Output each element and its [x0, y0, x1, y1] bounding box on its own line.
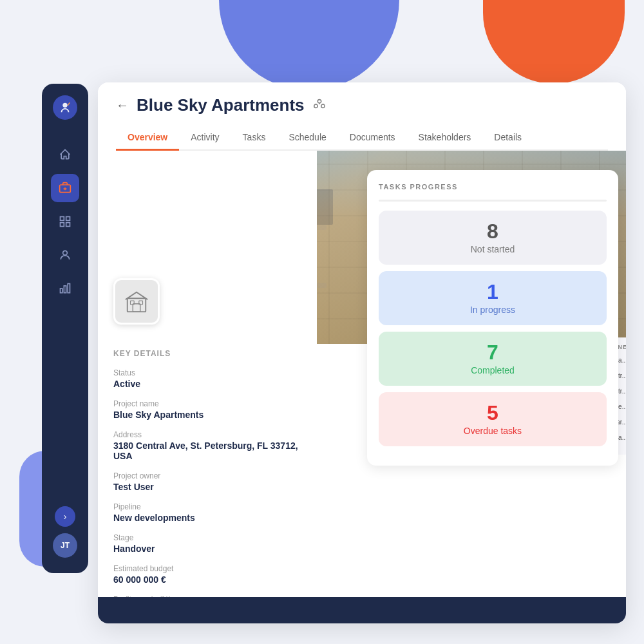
sidebar-item-grid[interactable] [51, 207, 79, 236]
project-icon-area [98, 151, 317, 337]
tab-stakeholders[interactable]: Stakeholders [407, 126, 483, 151]
detail-label-project-name: Project name [113, 399, 301, 408]
detail-value-pipeline: New developments [113, 513, 301, 523]
overdue-label: Overdue tasks [389, 426, 596, 436]
key-details-title: KEY DETAILS [113, 349, 301, 358]
detail-value-address: 3180 Central Ave, St. Petersburg, FL 337… [113, 440, 301, 461]
task-card-completed[interactable]: 7 Completed [379, 332, 607, 386]
svg-rect-5 [66, 217, 70, 221]
tab-bar: Overview Activity Tasks Schedule Documen… [116, 126, 608, 151]
detail-label-owner: Project owner [113, 471, 301, 480]
bg-shape-orange [483, 0, 625, 84]
svg-point-8 [63, 251, 68, 255]
sidebar-logo[interactable] [53, 95, 77, 120]
tasks-progress-title: TASKS PROGRESS [379, 183, 607, 191]
not-started-count: 8 [389, 221, 596, 242]
detail-stage: Stage Handover [113, 533, 301, 554]
svg-point-12 [317, 100, 321, 104]
svg-rect-40 [133, 304, 140, 312]
svg-rect-11 [68, 284, 70, 293]
sidebar: › JT [42, 84, 88, 573]
sidebar-expand-button[interactable]: › [55, 506, 75, 527]
detail-label-stage: Stage [113, 533, 301, 542]
task-card-in-progress[interactable]: 1 In progress [379, 271, 607, 325]
completed-label: Completed [389, 365, 596, 375]
task-card-not-started[interactable]: 8 Not started [379, 211, 607, 265]
main-card: ← Blue Sky Apartments Overview Activity … [98, 82, 626, 623]
tab-schedule[interactable]: Schedule [277, 126, 337, 151]
title-row: ← Blue Sky Apartments [116, 95, 608, 115]
detail-label-address: Address [113, 430, 301, 439]
svg-rect-7 [66, 223, 70, 227]
detail-value-owner: Test User [113, 482, 301, 492]
detail-budget: Estimated budget 60 000 000 € [113, 564, 301, 585]
sidebar-item-user[interactable] [51, 241, 79, 269]
chevron-right-icon: › [64, 511, 67, 522]
detail-address: Address 3180 Central Ave, St. Petersburg… [113, 430, 301, 461]
svg-rect-9 [61, 289, 62, 293]
in-progress-count: 1 [389, 281, 596, 302]
svg-point-0 [62, 103, 67, 108]
tab-activity[interactable]: Activity [179, 126, 231, 151]
detail-project-name: Project name Blue Sky Apartments [113, 399, 301, 420]
svg-rect-10 [64, 286, 66, 293]
detail-label-budget: Estimated budget [113, 564, 301, 573]
bottom-bar [98, 597, 626, 623]
back-button[interactable]: ← [116, 98, 129, 113]
detail-value-status: Active [113, 379, 301, 389]
tab-overview[interactable]: Overview [116, 126, 179, 151]
detail-label-status: Status [113, 368, 301, 377]
detail-value-budget: 60 000 000 € [113, 574, 301, 585]
detail-value-stage: Handover [113, 544, 301, 554]
svg-rect-6 [61, 223, 64, 227]
not-started-label: Not started [389, 244, 596, 254]
tab-tasks[interactable]: Tasks [231, 126, 278, 151]
svg-rect-4 [61, 217, 64, 221]
detail-owner: Project owner Test User [113, 471, 301, 492]
project-logo [113, 278, 160, 325]
detail-status: Status Active [113, 368, 301, 389]
completed-count: 7 [389, 342, 596, 363]
progress-divider [379, 200, 607, 202]
bg-shape-blue [219, 0, 399, 90]
page-title: Blue Sky Apartments [137, 95, 305, 115]
svg-point-14 [321, 104, 325, 108]
task-card-overdue[interactable]: 5 Overdue tasks [379, 392, 607, 446]
sidebar-item-projects[interactable] [51, 174, 79, 202]
key-details-section: KEY DETAILS Status Active Project name B… [98, 337, 317, 623]
in-progress-label: In progress [389, 305, 596, 315]
left-panel: KEY DETAILS Status Active Project name B… [98, 151, 317, 623]
tab-details[interactable]: Details [482, 126, 533, 151]
sidebar-item-home[interactable] [51, 140, 79, 169]
detail-value-project-name: Blue Sky Apartments [113, 410, 301, 420]
svg-rect-39 [128, 298, 146, 312]
card-body: KEY DETAILS Status Active Project name B… [98, 151, 626, 623]
sidebar-item-chart[interactable] [51, 274, 79, 303]
tab-documents[interactable]: Documents [338, 126, 407, 151]
detail-pipeline: Pipeline New developments [113, 502, 301, 523]
tasks-progress-panel: TASKS PROGRESS 8 Not started 1 In progre… [367, 170, 618, 466]
detail-label-pipeline: Pipeline [113, 502, 301, 511]
user-avatar[interactable]: JT [53, 533, 77, 558]
card-header: ← Blue Sky Apartments Overview Activity … [98, 82, 626, 151]
overdue-count: 5 [389, 402, 596, 423]
svg-point-13 [314, 104, 317, 108]
settings-icon[interactable] [312, 97, 327, 114]
